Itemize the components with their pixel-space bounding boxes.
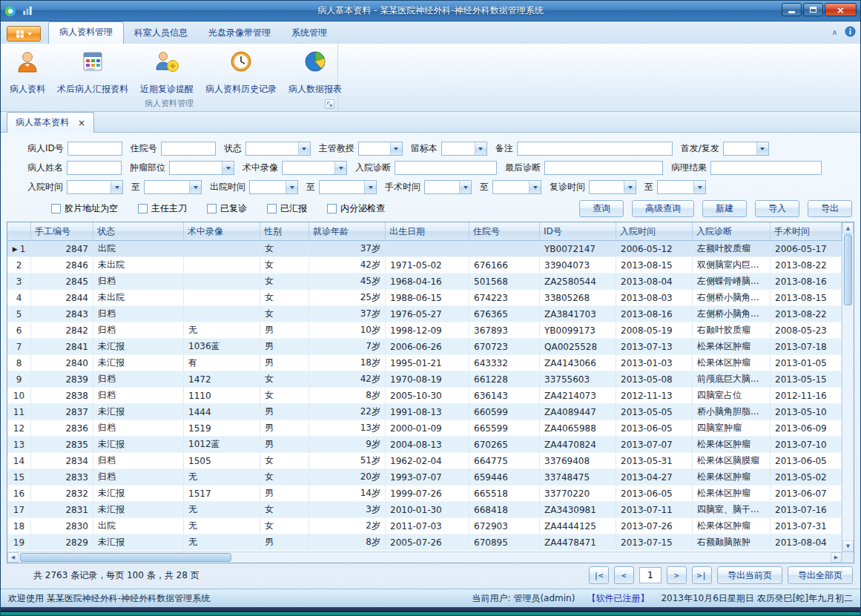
filter-text-input[interactable] [67,161,122,175]
filter-text-input[interactable] [517,142,673,156]
combo-dropdown-icon[interactable] [529,181,541,193]
combo-dropdown-icon[interactable] [298,142,310,155]
collapse-ribbon-icon[interactable]: ∧ [832,29,837,36]
maximize-button[interactable] [803,3,823,16]
filter-combo[interactable] [657,180,706,194]
query-button[interactable]: 查询 [579,200,624,217]
table-row[interactable]: 32845归档女45岁1968-04-16501568ZA25805442013… [7,274,842,290]
table-row[interactable]: 192829未汇报无男8岁2005-07-26670895ZA447847120… [7,534,842,551]
filter-text-input[interactable] [67,142,122,156]
scroll-right-icon[interactable]: ▶ [831,552,842,563]
row-indicator-cell[interactable]: 9 [7,371,31,388]
dialog-launcher-icon[interactable] [325,99,334,109]
column-header-status[interactable]: 状态 [93,222,184,240]
filter-checkbox-field[interactable]: 已复诊 [207,202,247,215]
row-indicator-cell[interactable]: 4 [7,290,31,306]
row-indicator-cell[interactable]: 5 [7,306,31,322]
app-menu-button[interactable] [7,26,41,42]
column-header-id-no[interactable]: ID号 [540,222,616,240]
revisit-reminder-button[interactable]: 近期复诊提醒 [134,46,199,98]
vertical-scroll-thumb[interactable] [844,234,852,305]
row-indicator-cell[interactable]: 15 [7,469,31,486]
minimize-button[interactable] [782,3,802,16]
combo-dropdown-icon[interactable] [189,181,201,193]
row-indicator-cell[interactable]: 13 [7,437,31,453]
tab-department-staff[interactable]: 科室人员信息 [124,23,198,44]
combo-dropdown-icon[interactable] [222,162,234,174]
row-indicator-cell[interactable]: 18 [7,518,31,534]
filter-combo[interactable] [492,180,541,194]
history-record-button[interactable]: 病人资料历史记录 [199,46,283,98]
filter-combo[interactable] [67,180,123,194]
filter-text-input[interactable] [161,142,216,156]
next-page-button[interactable]: > [667,566,687,584]
combo-dropdown-icon[interactable] [110,181,122,193]
filter-checkbox-field[interactable]: 内分泌检查 [327,202,385,215]
combo-dropdown-icon[interactable] [693,181,705,193]
table-row[interactable]: 132835未汇报1012蓝男9岁2004-08-13670265ZA44708… [7,437,842,453]
horizontal-scroll-thumb[interactable] [20,553,231,562]
import-button[interactable]: 导入 [755,200,799,217]
row-indicator-cell[interactable]: 12 [7,420,31,437]
table-row[interactable]: 82840未汇报有男18岁1995-01-21643332ZA414306620… [7,355,842,371]
table-row[interactable]: 42844未出院女25岁1988-06-15674223338052682013… [7,290,842,306]
filter-combo[interactable] [358,142,403,156]
table-row[interactable]: 162832未汇报1517男14岁1999-07-266655183377022… [7,486,842,502]
registration-status-text[interactable]: 【软件已注册】 [587,592,649,605]
table-row[interactable]: 112837未汇报1444男22岁1991-08-13660599ZA40894… [7,404,842,420]
table-row[interactable]: 22846未出院女42岁1971-05-02676166339040732013… [7,257,842,274]
filter-text-input[interactable] [710,161,822,175]
last-page-button[interactable]: >| [692,566,712,584]
row-indicator-cell[interactable]: 16 [7,486,31,502]
table-row[interactable]: 122836归档1519男13岁2000-01-09665599ZA406598… [7,420,842,437]
data-report-button[interactable]: 病人数据报表 [283,46,348,98]
combo-dropdown-icon[interactable] [390,142,402,155]
row-indicator-cell[interactable]: 19 [7,534,31,551]
filter-combo[interactable] [282,161,347,175]
filter-combo[interactable] [723,142,769,156]
table-row[interactable]: 152833归档无女20岁1993-07-0765944633748475201… [7,469,842,486]
scroll-down-icon[interactable]: ▼ [842,540,854,552]
checkbox-icon[interactable] [51,204,61,213]
close-button[interactable]: × [825,3,857,16]
row-indicator-cell[interactable]: 14 [7,453,31,469]
tab-patient-basic-info[interactable]: 病人基本资料 × [7,112,94,133]
table-row[interactable]: 102838归档1110女8岁2005-10-30636143ZA4214073… [7,388,842,404]
combo-dropdown-icon[interactable] [286,181,297,193]
checkbox-icon[interactable] [327,204,337,213]
combo-dropdown-icon[interactable] [475,142,486,155]
page-number-input[interactable] [639,567,662,583]
scroll-up-icon[interactable]: ▲ [842,222,854,234]
filter-checkbox-field[interactable]: 胶片地址为空 [51,202,118,215]
first-page-button[interactable]: |< [589,566,609,584]
column-header-surgery-date[interactable]: 手术时间 [771,222,842,240]
column-header-manual-no[interactable]: 手工编号 [31,222,93,240]
filter-text-input[interactable] [395,161,497,175]
tab-system-management[interactable]: 系统管理 [281,23,337,44]
advanced-query-button[interactable]: 高级查询 [632,200,694,217]
combo-dropdown-icon[interactable] [334,162,346,174]
scroll-left-icon[interactable]: ◀ [7,552,19,563]
table-row[interactable]: 92839归档1472女42岁1970-08-19661228337556032… [7,371,842,388]
table-row[interactable]: 172831未汇报无女3岁2010-01-30668418ZA343098120… [7,502,842,518]
checkbox-icon[interactable] [267,204,277,213]
checkbox-icon[interactable] [207,204,217,213]
column-header-admission-diagnosis[interactable]: 入院诊断 [693,222,771,240]
filter-combo[interactable] [441,142,487,156]
filter-combo[interactable] [319,180,377,194]
row-indicator-cell[interactable]: 8 [7,355,31,371]
row-indicator-cell[interactable]: 7 [7,339,31,355]
row-indicator-cell[interactable]: 11 [7,404,31,420]
column-header-admission-date[interactable]: 入院时间 [616,222,693,240]
tab-close-icon[interactable]: × [78,119,85,127]
filter-text-input[interactable] [544,161,663,175]
tab-patient-data-management[interactable]: 病人资料管理 [48,21,124,44]
column-header-row-indicator[interactable] [7,222,31,240]
row-indicator-cell[interactable]: 10 [7,388,31,404]
export-button[interactable]: 导出 [808,200,852,217]
checkbox-icon[interactable] [138,204,148,213]
table-row[interactable]: 142834归档1505女51岁1962-02-0466477533769408… [7,453,842,469]
filter-checkbox-field[interactable]: 已汇报 [267,202,307,215]
filter-combo[interactable] [589,180,636,194]
row-indicator-cell[interactable]: 6 [7,322,31,339]
